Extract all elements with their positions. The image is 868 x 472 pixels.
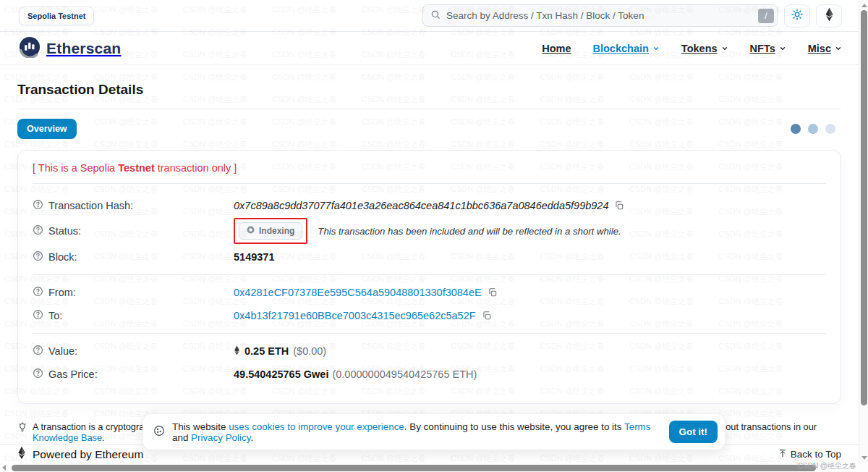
copy-icon[interactable] (488, 287, 498, 298)
terms-link[interactable]: Terms (624, 421, 650, 432)
back-to-top-link[interactable]: Back to Top (778, 449, 841, 460)
lightbulb-icon (17, 422, 27, 434)
row-label: Gas Price: (48, 368, 98, 380)
chevron-down-icon (779, 43, 786, 54)
gas-price-eth: (0.000000049540425765 ETH) (332, 368, 477, 380)
watermark: CSDN @绝尘之春 (798, 461, 856, 471)
search-icon (430, 9, 441, 22)
row-label: From: (48, 287, 76, 298)
search-bar: / (422, 4, 778, 27)
dot (825, 124, 835, 134)
horizontal-scrollbar[interactable] (0, 463, 868, 472)
arrow-up-icon (778, 449, 787, 460)
nav-item-nfts[interactable]: NFTs (750, 43, 786, 54)
tx-row-gas-price: Gas Price: 49.540425765 Gwei (0.00000004… (33, 363, 826, 386)
notice-text: [ This is a Sepolia (33, 162, 118, 174)
back-to-top-label: Back to Top (791, 449, 841, 460)
knowledge-base-link[interactable]: Knowledge Base (33, 432, 102, 443)
nav-label: NFTs (750, 43, 775, 54)
cookie-icon (153, 425, 165, 439)
privacy-policy-link[interactable]: Privacy Policy (191, 432, 250, 443)
nav-item-home[interactable]: Home (542, 43, 571, 54)
help-icon[interactable] (33, 368, 43, 381)
help-icon[interactable] (33, 345, 43, 358)
etherscan-logo-icon (19, 36, 41, 61)
status-highlight-box: Indexing (234, 218, 307, 244)
ethereum-icon (825, 7, 834, 25)
cookie-text: . By continuing to use this website, you… (404, 421, 624, 432)
dot (791, 124, 801, 134)
status-badge-label: Indexing (259, 226, 294, 236)
notice-text: transaction only ] (155, 162, 237, 174)
chevron-down-icon (721, 43, 728, 54)
copy-icon[interactable] (614, 201, 624, 211)
row-label: Transaction Hash: (48, 200, 133, 211)
testnet-notice: [ This is a Sepolia Testnet transaction … (33, 162, 826, 174)
cookie-accept-button[interactable]: Got it! (669, 421, 718, 443)
to-address-link[interactable]: 0x4b13f21791e60BBce7003c4315ec965e62c5a5… (234, 310, 476, 321)
tip-text: . (102, 432, 105, 443)
scroll-left-arrow[interactable] (2, 465, 6, 471)
vertical-scroll-thumb[interactable] (861, 10, 867, 405)
copy-icon[interactable] (482, 311, 492, 321)
chevron-down-icon (835, 43, 842, 54)
scroll-down-arrow[interactable] (861, 456, 867, 460)
cookie-text: and (172, 432, 191, 443)
main-nav: Home Blockchain Tokens NFTs Misc (542, 43, 842, 54)
page-title: Transaction Details (17, 82, 841, 98)
divider (33, 274, 826, 275)
cookie-text: . (250, 432, 253, 443)
row-label: To: (48, 310, 62, 321)
nav-item-blockchain[interactable]: Blockchain (593, 43, 660, 54)
divider (33, 183, 826, 184)
divider (17, 109, 841, 109)
powered-by-ethereum-link[interactable]: Powered by Ethereum (17, 446, 143, 463)
row-label: Value: (48, 345, 77, 357)
nav-item-misc[interactable]: Misc (808, 43, 842, 54)
tx-row-to: To: 0x4b13f21791e60BBce7003c4315ec965e62… (33, 304, 826, 327)
nav-label: Misc (808, 43, 831, 54)
help-icon[interactable] (33, 250, 43, 264)
nav-item-tokens[interactable]: Tokens (681, 43, 728, 54)
status-badge: Indexing (239, 222, 302, 240)
status-note: This transaction has been included and w… (318, 226, 621, 237)
search-input[interactable] (441, 10, 758, 21)
etherscan-logo[interactable]: Etherscan (19, 36, 121, 61)
tx-row-block: Block: 5149371 (33, 245, 826, 269)
vertical-scrollbar[interactable] (859, 0, 868, 463)
network-badge[interactable]: Sepolia Testnet (19, 7, 94, 25)
block-number[interactable]: 5149371 (234, 251, 274, 263)
search-shortcut-key: / (758, 9, 774, 23)
help-icon[interactable] (33, 199, 43, 212)
chevron-down-icon (652, 43, 660, 54)
theme-toggle-button[interactable] (784, 4, 810, 28)
tx-row-hash: Transaction Hash: 0x7c89a8c9dd37077fa401… (33, 193, 826, 217)
brand-name: Etherscan (46, 40, 121, 57)
transaction-hash: 0x7c89a8c9dd37077fa401e3a26eac864cea841c… (234, 200, 608, 211)
nav-label: Home (542, 43, 571, 54)
scroll-up-arrow[interactable] (861, 4, 867, 7)
indexing-spinner-icon (247, 226, 255, 236)
help-icon[interactable] (33, 286, 43, 299)
cookie-text: This website (172, 421, 229, 432)
help-icon[interactable] (33, 224, 43, 237)
nav-bar: Etherscan Home Blockchain Tokens NFTs Mi… (0, 32, 868, 65)
cookie-policy-link[interactable]: uses cookies to improve your experience (229, 421, 404, 432)
sun-icon (791, 9, 803, 23)
notice-emphasis: Testnet (118, 162, 155, 174)
top-bar-actions: / (422, 4, 842, 28)
horizontal-scroll-thumb[interactable] (12, 465, 816, 471)
nav-label: Tokens (681, 43, 718, 54)
network-menu-button[interactable] (816, 4, 842, 28)
tx-row-value: Value: 0.25 ETH ($0.00) (33, 340, 826, 363)
cookie-banner: This website uses cookies to improve you… (142, 413, 726, 450)
value-usd: ($0.00) (293, 345, 326, 357)
dot (808, 124, 818, 134)
from-address-link[interactable]: 0x4281eCF07378Ee595C564a59048801330f3084… (234, 287, 482, 298)
help-icon[interactable] (33, 309, 43, 322)
gas-price-gwei: 49.540425765 Gwei (234, 368, 328, 380)
tabs-row: Overview (17, 119, 841, 139)
tx-row-status: Status: Indexing This transaction has be… (33, 217, 826, 245)
nav-label: Blockchain (593, 43, 649, 54)
tab-overview[interactable]: Overview (17, 119, 77, 139)
